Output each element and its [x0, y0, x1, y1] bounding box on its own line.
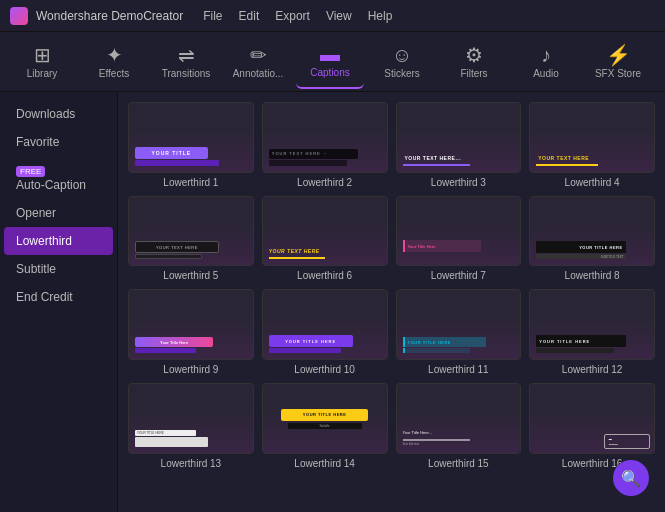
effects-icon: ✦	[106, 45, 123, 65]
sidebar-item-subtitle[interactable]: Subtitle	[0, 255, 117, 283]
menu-export[interactable]: Export	[275, 9, 310, 23]
sidebar-item-endcredit[interactable]: End Credit	[0, 283, 117, 311]
item-label-13: Lowerthird 13	[128, 458, 254, 469]
list-item[interactable]: YOUR TITLE HERE Subtitle Lowerthird 14	[262, 383, 388, 469]
list-item[interactable]: YOUR TEXT HERE → Lowerthird 2	[262, 102, 388, 188]
thumb-5: YOUR TEXT HERE	[128, 196, 254, 267]
sidebar-item-favorite[interactable]: Favorite	[0, 128, 117, 156]
tool-captions[interactable]: ▬ Captions	[296, 35, 364, 89]
title-bar: Wondershare DemoCreator File Edit Export…	[0, 0, 665, 32]
main-content: Downloads Favorite FREE Auto-Caption Ope…	[0, 92, 665, 512]
thumb-1: YOUR TITLE	[128, 102, 254, 173]
search-button[interactable]: 🔍	[613, 460, 649, 496]
app-name: Wondershare DemoCreator	[36, 9, 183, 23]
grid-area: YOUR TITLE Lowerthird 1	[118, 92, 665, 512]
item-label-15: Lowerthird 15	[396, 458, 522, 469]
toolbar: ⊞ Library ✦ Effects ⇌ Transitions ✏ Anno…	[0, 32, 665, 92]
menu-file[interactable]: File	[203, 9, 222, 23]
thumb-4: YOUR TEXT HERE	[529, 102, 655, 173]
filters-label: Filters	[460, 68, 487, 79]
thumb-12: YOUR TITLE HERE	[529, 289, 655, 360]
thumb-8: YOUR TITLE HERE SUBTITLE TEXT	[529, 196, 655, 267]
sidebar-item-autocaption[interactable]: FREE Auto-Caption	[0, 156, 117, 199]
list-item[interactable]: Your Title Here... Sub title text Lowert…	[396, 383, 522, 469]
sfxstore-label: SFX Store	[595, 68, 641, 79]
list-item[interactable]: YOUR TITLE HERE Lowerthird 13	[128, 383, 254, 469]
menu-edit[interactable]: Edit	[239, 9, 260, 23]
item-label-10: Lowerthird 10	[262, 364, 388, 375]
item-label-7: Lowerthird 7	[396, 270, 522, 281]
list-item[interactable]: Your Title Here Lowerthird 7	[396, 196, 522, 282]
item-label-11: Lowerthird 11	[396, 364, 522, 375]
item-label-1: Lowerthird 1	[128, 177, 254, 188]
list-item[interactable]: Your Title Here Lowerthird 9	[128, 289, 254, 375]
menu-bar: File Edit Export View Help	[203, 9, 392, 23]
thumb-6: YOUR TEXT HERE	[262, 196, 388, 267]
search-icon: 🔍	[621, 469, 641, 488]
tool-stickers[interactable]: ☺ Stickers	[368, 35, 436, 89]
captions-icon: ▬	[320, 44, 340, 64]
stickers-label: Stickers	[384, 68, 420, 79]
filters-icon: ⚙	[465, 45, 483, 65]
thumb-13: YOUR TITLE HERE	[128, 383, 254, 454]
tool-annotations[interactable]: ✏ Annotatio...	[224, 35, 292, 89]
item-label-5: Lowerthird 5	[128, 270, 254, 281]
library-label: Library	[27, 68, 58, 79]
item-label-2: Lowerthird 2	[262, 177, 388, 188]
sidebar-item-lowerthird[interactable]: Lowerthird	[4, 227, 113, 255]
annotations-icon: ✏	[250, 45, 267, 65]
effects-label: Effects	[99, 68, 129, 79]
captions-label: Captions	[310, 67, 349, 78]
sfxstore-icon: ⚡	[606, 45, 631, 65]
list-item[interactable]: YOUR TEXT HERE Lowerthird 5	[128, 196, 254, 282]
list-item[interactable]: ▬ ▬▬▬ Lowerthird 16	[529, 383, 655, 469]
app-logo	[10, 7, 28, 25]
thumb-7: Your Title Here	[396, 196, 522, 267]
thumb-3: YOUR TEXT HERE...	[396, 102, 522, 173]
library-icon: ⊞	[34, 45, 51, 65]
free-badge: FREE	[16, 166, 45, 177]
audio-label: Audio	[533, 68, 559, 79]
menu-view[interactable]: View	[326, 9, 352, 23]
transitions-label: Transitions	[162, 68, 211, 79]
sidebar-item-opener[interactable]: Opener	[0, 199, 117, 227]
item-label-9: Lowerthird 9	[128, 364, 254, 375]
thumb-10: YOUR TITLE HERE	[262, 289, 388, 360]
item-label-8: Lowerthird 8	[529, 270, 655, 281]
tool-sfxstore[interactable]: ⚡ SFX Store	[584, 35, 652, 89]
item-label-6: Lowerthird 6	[262, 270, 388, 281]
tool-library[interactable]: ⊞ Library	[8, 35, 76, 89]
list-item[interactable]: YOUR TITLE HERE Lowerthird 10	[262, 289, 388, 375]
list-item[interactable]: YOUR TITLE Lowerthird 1	[128, 102, 254, 188]
tool-filters[interactable]: ⚙ Filters	[440, 35, 508, 89]
thumb-16: ▬ ▬▬▬	[529, 383, 655, 454]
menu-help[interactable]: Help	[368, 9, 393, 23]
item-label-3: Lowerthird 3	[396, 177, 522, 188]
list-item[interactable]: YOUR TITLE HERE SUBTITLE TEXT Lowerthird…	[529, 196, 655, 282]
thumb-2: YOUR TEXT HERE →	[262, 102, 388, 173]
audio-icon: ♪	[541, 45, 551, 65]
list-item[interactable]: YOUR TITLE HERE Lowerthird 12	[529, 289, 655, 375]
list-item[interactable]: YOUR TEXT HERE Lowerthird 6	[262, 196, 388, 282]
transitions-icon: ⇌	[178, 45, 195, 65]
thumb-11: YOUR TITLE HERE	[396, 289, 522, 360]
tool-audio[interactable]: ♪ Audio	[512, 35, 580, 89]
thumb-9: Your Title Here	[128, 289, 254, 360]
tool-transitions[interactable]: ⇌ Transitions	[152, 35, 220, 89]
stickers-icon: ☺	[392, 45, 412, 65]
list-item[interactable]: YOUR TITLE HERE Lowerthird 11	[396, 289, 522, 375]
annotations-label: Annotatio...	[233, 68, 284, 79]
sidebar: Downloads Favorite FREE Auto-Caption Ope…	[0, 92, 118, 512]
tool-effects[interactable]: ✦ Effects	[80, 35, 148, 89]
thumb-15: Your Title Here... Sub title text	[396, 383, 522, 454]
thumb-14: YOUR TITLE HERE Subtitle	[262, 383, 388, 454]
item-label-4: Lowerthird 4	[529, 177, 655, 188]
lowerthird-grid: YOUR TITLE Lowerthird 1	[128, 102, 655, 469]
list-item[interactable]: YOUR TEXT HERE Lowerthird 4	[529, 102, 655, 188]
item-label-12: Lowerthird 12	[529, 364, 655, 375]
sidebar-item-downloads[interactable]: Downloads	[0, 100, 117, 128]
list-item[interactable]: YOUR TEXT HERE... Lowerthird 3	[396, 102, 522, 188]
item-label-14: Lowerthird 14	[262, 458, 388, 469]
